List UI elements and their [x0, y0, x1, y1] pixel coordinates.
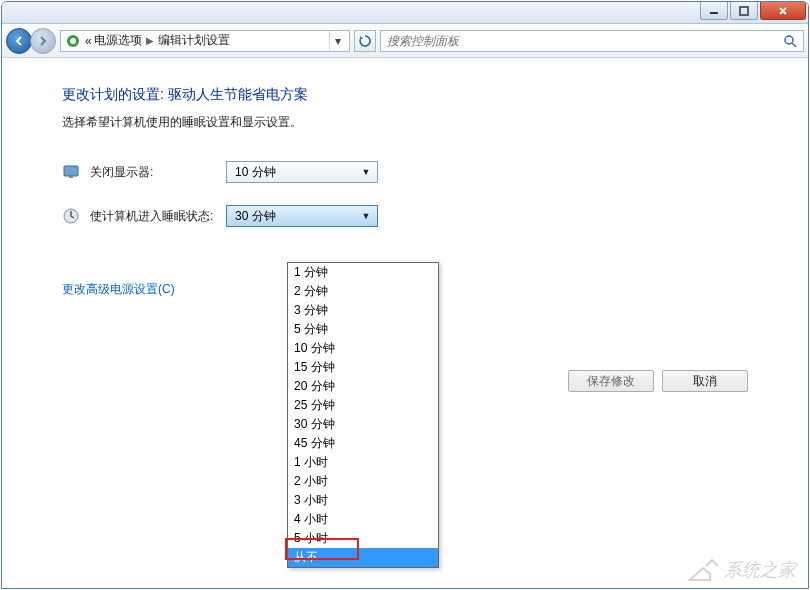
- svg-line-7: [792, 43, 796, 47]
- power-plan-icon: [65, 33, 81, 49]
- display-off-label: 关闭显示器:: [90, 164, 226, 181]
- watermark-text: 系统之家: [724, 558, 796, 582]
- dropdown-option[interactable]: 4 小时: [288, 510, 438, 529]
- forward-button[interactable]: [30, 28, 56, 54]
- minimize-button[interactable]: [700, 2, 728, 20]
- setting-turn-off-display: 关闭显示器: 10 分钟 ▼: [62, 161, 748, 183]
- save-button[interactable]: 保存修改: [568, 370, 654, 392]
- dropdown-option[interactable]: 30 分钟: [288, 415, 438, 434]
- display-icon: [62, 163, 80, 181]
- svg-point-5: [70, 38, 76, 44]
- close-button[interactable]: [760, 2, 806, 20]
- titlebar: [2, 2, 808, 24]
- content-area: 更改计划的设置: 驱动人生节能省电方案 选择希望计算机使用的睡眠设置和显示设置。…: [2, 58, 808, 588]
- svg-rect-1: [740, 7, 748, 15]
- svg-rect-9: [69, 176, 73, 178]
- sleep-value: 30 分钟: [235, 208, 276, 225]
- dropdown-option[interactable]: 从不: [288, 548, 438, 567]
- dropdown-option[interactable]: 25 分钟: [288, 396, 438, 415]
- breadcrumb-level1[interactable]: 电源选项: [94, 32, 142, 49]
- dropdown-option[interactable]: 2 分钟: [288, 282, 438, 301]
- dropdown-option[interactable]: 5 分钟: [288, 320, 438, 339]
- advanced-power-settings-link[interactable]: 更改高级电源设置(C): [62, 281, 175, 298]
- setting-sleep: 使计算机进入睡眠状态: 30 分钟 ▼: [62, 205, 748, 227]
- svg-rect-8: [64, 166, 78, 176]
- dropdown-option[interactable]: 3 小时: [288, 491, 438, 510]
- nav-back-forward: [6, 28, 56, 54]
- sleep-icon: [62, 207, 80, 225]
- dropdown-option[interactable]: 3 分钟: [288, 301, 438, 320]
- search-input[interactable]: [387, 34, 783, 48]
- sleep-combo[interactable]: 30 分钟 ▼: [226, 205, 378, 227]
- svg-point-6: [785, 36, 793, 44]
- address-dropdown-icon[interactable]: ▾: [329, 31, 345, 51]
- window-frame: « 电源选项 ▶ 编辑计划设置 ▾ 更改计划的设置: 驱动人生节能省电方案 选择…: [1, 1, 809, 589]
- dropdown-option[interactable]: 15 分钟: [288, 358, 438, 377]
- chevron-down-icon: ▼: [359, 211, 373, 221]
- cancel-button[interactable]: 取消: [662, 370, 748, 392]
- dropdown-option[interactable]: 1 小时: [288, 453, 438, 472]
- titlebar-buttons: [700, 2, 808, 23]
- dropdown-option[interactable]: 45 分钟: [288, 434, 438, 453]
- sleep-dropdown-list[interactable]: 1 分钟2 分钟3 分钟5 分钟10 分钟15 分钟20 分钟25 分钟30 分…: [287, 262, 439, 568]
- breadcrumb-prefix: «: [85, 34, 92, 48]
- page-title: 更改计划的设置: 驱动人生节能省电方案: [62, 86, 748, 104]
- page-description: 选择希望计算机使用的睡眠设置和显示设置。: [62, 114, 748, 131]
- button-row: 保存修改 取消: [568, 370, 748, 392]
- dropdown-option[interactable]: 5 小时: [288, 529, 438, 548]
- watermark-icon: [688, 558, 718, 582]
- dropdown-option[interactable]: 1 分钟: [288, 263, 438, 282]
- dropdown-option[interactable]: 20 分钟: [288, 377, 438, 396]
- refresh-button[interactable]: [354, 30, 376, 52]
- back-button[interactable]: [6, 28, 32, 54]
- breadcrumb-level2[interactable]: 编辑计划设置: [158, 32, 230, 49]
- refresh-icon: [359, 35, 371, 47]
- display-off-combo[interactable]: 10 分钟 ▼: [226, 161, 378, 183]
- dropdown-option[interactable]: 2 小时: [288, 472, 438, 491]
- display-off-value: 10 分钟: [235, 164, 276, 181]
- search-box[interactable]: [380, 30, 804, 52]
- breadcrumb-separator-icon: ▶: [146, 35, 154, 46]
- watermark: 系统之家: [688, 558, 796, 582]
- sleep-label: 使计算机进入睡眠状态:: [90, 208, 226, 225]
- maximize-button[interactable]: [730, 2, 758, 20]
- chevron-down-icon: ▼: [359, 167, 373, 177]
- address-bar[interactable]: « 电源选项 ▶ 编辑计划设置 ▾: [60, 30, 350, 52]
- dropdown-option[interactable]: 10 分钟: [288, 339, 438, 358]
- navbar: « 电源选项 ▶ 编辑计划设置 ▾: [2, 24, 808, 58]
- search-icon[interactable]: [783, 34, 797, 48]
